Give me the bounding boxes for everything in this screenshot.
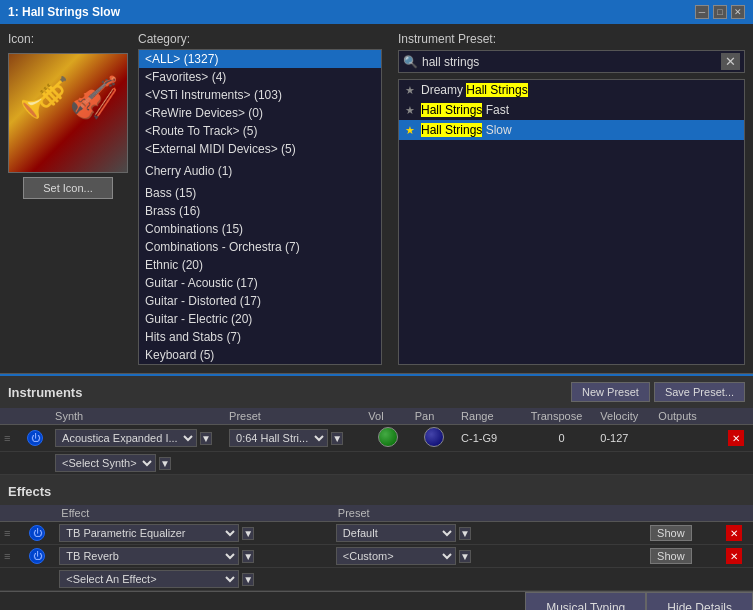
fx-show-button-1[interactable]: Show	[650, 525, 692, 541]
category-item-rewire[interactable]: <ReWire Devices> (0)	[139, 104, 381, 122]
fx-delete-button-2[interactable]: ✕	[726, 548, 742, 564]
pan-cell	[411, 425, 457, 452]
preset-item-dreamy[interactable]: ★Dreamy Hall Strings	[399, 80, 744, 100]
maximize-button[interactable]: □	[713, 5, 727, 19]
star-icon[interactable]: ★	[405, 104, 415, 117]
fx-effect-cell-2: TB Reverb ▼	[55, 545, 332, 568]
window-title: 1: Hall Strings Slow	[8, 5, 120, 19]
fx-power-button-2[interactable]: ⏻	[29, 548, 45, 564]
fx-drag-handle-2[interactable]: ≡	[0, 545, 25, 568]
category-item-bass[interactable]: Bass (15)	[139, 184, 381, 202]
fx-preset-select-2[interactable]: <Custom>	[336, 547, 456, 565]
fx-delete-button-1[interactable]: ✕	[726, 525, 742, 541]
col-power-header	[23, 408, 51, 425]
fx-effect-select-2[interactable]: TB Reverb	[59, 547, 239, 565]
new-preset-button[interactable]: New Preset	[571, 382, 650, 402]
category-item-combinations[interactable]: Combinations (15)	[139, 220, 381, 238]
delete-row-button[interactable]: ✕	[728, 430, 744, 446]
category-item-guitar-distorted[interactable]: Guitar - Distorted (17)	[139, 292, 381, 310]
effects-table: Effect Preset ≡ ⏻ TB Parametric Equalize…	[0, 505, 753, 591]
icon-category-row: Icon: Set Icon... Category: <ALL> (1327)…	[8, 32, 382, 365]
fx-show-cell-1: Show	[646, 522, 721, 545]
preset-item-fast[interactable]: ★Hall Strings Fast	[399, 100, 744, 120]
category-item-route[interactable]: <Route To Track> (5)	[139, 122, 381, 140]
col-synth-header: Synth	[51, 408, 225, 425]
category-item-vsti[interactable]: <VSTi Instruments> (103)	[139, 86, 381, 104]
category-label: Category:	[138, 32, 382, 46]
power-button-cell: ⏻	[23, 425, 51, 452]
search-icon: 🔍	[403, 55, 418, 69]
fx-power-cell: ⏻	[25, 522, 55, 545]
col-drag-header	[0, 408, 23, 425]
outputs-cell	[654, 425, 724, 452]
category-list[interactable]: <ALL> (1327)<Favorites> (4)<VSTi Instrum…	[138, 49, 382, 365]
musical-typing-button[interactable]: Musical Typing	[525, 592, 646, 610]
transpose-cell: 0	[527, 425, 597, 452]
pan-knob[interactable]	[424, 427, 444, 447]
set-icon-button[interactable]: Set Icon...	[23, 177, 113, 199]
preset-list[interactable]: ★Dreamy Hall Strings★Hall Strings Fast★H…	[398, 79, 745, 365]
star-icon[interactable]: ★	[405, 124, 415, 137]
vol-cell	[364, 425, 410, 452]
search-clear-button[interactable]: ✕	[721, 53, 740, 70]
fx-preset-cell-1: Default ▼	[332, 522, 646, 545]
star-icon[interactable]: ★	[405, 84, 415, 97]
minimize-button[interactable]: ─	[695, 5, 709, 19]
drag-handle[interactable]: ≡	[0, 425, 23, 452]
select-effect-arrow[interactable]: ▼	[242, 573, 254, 586]
fx-effect-arrow-1[interactable]: ▼	[242, 527, 254, 540]
hide-details-button[interactable]: Hide Details	[646, 592, 753, 610]
category-item-guitar-electric[interactable]: Guitar - Electric (20)	[139, 310, 381, 328]
power-button[interactable]: ⏻	[27, 430, 43, 446]
fx-effect-arrow-2[interactable]: ▼	[242, 550, 254, 563]
save-preset-button[interactable]: Save Preset...	[654, 382, 745, 402]
fx-col-del-header	[722, 505, 753, 522]
range-cell: C-1-G9	[457, 425, 527, 452]
main-top-area: Icon: Set Icon... Category: <ALL> (1327)…	[0, 24, 753, 374]
effects-header-row: Effect Preset	[0, 505, 753, 522]
fx-show-button-2[interactable]: Show	[650, 548, 692, 564]
category-item-keyboard[interactable]: Keyboard (5)	[139, 346, 381, 364]
fx-effect-select-1[interactable]: TB Parametric Equalizer	[59, 524, 239, 542]
preset-item-slow[interactable]: ★Hall Strings Slow	[399, 120, 744, 140]
category-item-combinations-orch[interactable]: Combinations - Orchestra (7)	[139, 238, 381, 256]
select-synth-dropdown[interactable]: <Select Synth>	[55, 454, 156, 472]
icon-section: Icon: Set Icon...	[8, 32, 128, 365]
title-bar: 1: Hall Strings Slow ─ □ ✕	[0, 0, 753, 24]
fx-col-drag-header	[0, 505, 25, 522]
fx-effect-cell-1: TB Parametric Equalizer ▼	[55, 522, 332, 545]
category-item-all[interactable]: <ALL> (1327)	[139, 50, 381, 68]
category-item-external[interactable]: <External MIDI Devices> (5)	[139, 140, 381, 158]
fx-preset-arrow-2[interactable]: ▼	[459, 550, 471, 563]
category-item-favorites[interactable]: <Favorites> (4)	[139, 68, 381, 86]
bottom-bar: Musical Typing Hide Details	[0, 591, 753, 610]
fx-preset-select-1[interactable]: Default	[336, 524, 456, 542]
instruments-table: Synth Preset Vol Pan Range Transpose Vel…	[0, 408, 753, 475]
close-button[interactable]: ✕	[731, 5, 745, 19]
col-range-header: Range	[457, 408, 527, 425]
effects-header: Effects	[0, 477, 753, 505]
fx-drag-handle[interactable]: ≡	[0, 522, 25, 545]
fx-preset-arrow-1[interactable]: ▼	[459, 527, 471, 540]
icon-label: Icon:	[8, 32, 34, 46]
synth-select[interactable]: Acoustica Expanded I...	[55, 429, 197, 447]
left-panel: Icon: Set Icon... Category: <ALL> (1327)…	[0, 24, 390, 373]
vol-knob[interactable]	[378, 427, 398, 447]
category-item-guitar-acoustic[interactable]: Guitar - Acoustic (17)	[139, 274, 381, 292]
fx-power-button-1[interactable]: ⏻	[29, 525, 45, 541]
select-synth-arrow[interactable]: ▼	[159, 457, 171, 470]
select-effect-dropdown[interactable]: <Select An Effect>	[59, 570, 239, 588]
select-synth-cell: <Select Synth> ▼	[51, 452, 753, 475]
category-item-cherry[interactable]: Cherry Audio (1)	[139, 162, 381, 180]
search-input[interactable]	[422, 55, 721, 69]
category-item-brass[interactable]: Brass (16)	[139, 202, 381, 220]
category-item-hits[interactable]: Hits and Stabs (7)	[139, 328, 381, 346]
fx-del-cell-1: ✕	[722, 522, 753, 545]
preset-name: Dreamy Hall Strings	[421, 83, 528, 97]
instruments-header-buttons: New Preset Save Preset...	[571, 382, 745, 402]
preset-label: Instrument Preset:	[398, 32, 745, 46]
preset-dropdown-arrow[interactable]: ▼	[331, 432, 343, 445]
synth-dropdown-arrow[interactable]: ▼	[200, 432, 212, 445]
preset-select[interactable]: 0:64 Hall Stri...	[229, 429, 328, 447]
category-item-ethnic[interactable]: Ethnic (20)	[139, 256, 381, 274]
